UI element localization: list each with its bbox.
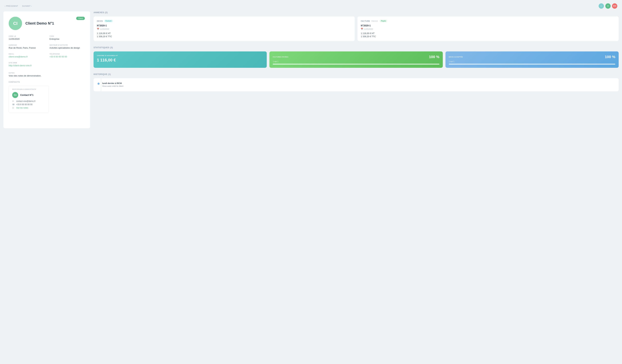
minus-button[interactable]: −	[599, 3, 604, 9]
address-value: Rue de Rivoli, Paris, France	[9, 47, 44, 49]
fp-fraction: 1 sur 1	[273, 60, 439, 62]
annex-subtype-2: Paiement	[371, 20, 378, 22]
stat-card-ca: CHIFFRE D'AFFAIRES HT 1 116,00 €	[94, 51, 267, 68]
client-name-container: Client Demo N°1	[25, 21, 54, 26]
fp-bar-fill	[273, 64, 439, 64]
client-avatar: CI	[9, 17, 22, 30]
annex-number-2: N°2020-1	[361, 24, 615, 27]
website-value[interactable]: http://client-demo-one.fr	[9, 64, 44, 67]
type-label: TYPE	[49, 35, 85, 37]
fp-percent: 100 %	[429, 55, 439, 59]
annex-date-2: 📅 11/05/2020	[361, 28, 615, 30]
sector-label: SECTEUR D'ACTIVITÉ	[49, 44, 85, 46]
annexes-section: ANNEXES (2) DEVIS Facturé N°2020-1 📅 11/…	[94, 11, 619, 41]
annexes-grid: DEVIS Facturé N°2020-1 📅 11/05/2020 1 11…	[94, 16, 619, 41]
plus-button[interactable]: +	[605, 3, 611, 9]
website-label: SITE WEB	[9, 62, 44, 64]
da-fraction: 1 sur 1	[449, 60, 615, 62]
field-phone: TÉLÉPHONE +33 6 00 00 00 00	[49, 53, 85, 58]
client-header: CI Client Demo N°1 Client	[9, 17, 85, 30]
annex-type-row-1: DEVIS Facturé	[97, 20, 351, 22]
field-email: EMAIL client-one@demo.fr	[9, 53, 44, 58]
annexes-title: ANNEXES (2)	[94, 11, 619, 14]
statistics-title: STATISTIQUES (3)	[94, 46, 619, 49]
da-percent-row: DEVIS ACCEPTÉS 100 %	[449, 55, 615, 59]
created-value: 11/05/2020	[9, 38, 44, 40]
annex-card-2[interactable]: FACTURE Paiement Payée N°2020-1 📅 11/05/…	[357, 16, 619, 41]
annex-ttc-2: 1 339,20 € TTC	[361, 35, 615, 38]
history-dot	[97, 83, 99, 85]
top-actions: − + •••	[599, 3, 617, 9]
history-card: lundi dernier à 09:54 Vous avez créé le …	[94, 78, 619, 91]
da-percent: 100 %	[605, 55, 615, 59]
history-title: HISTORIQUE (1)	[94, 73, 619, 76]
annex-type-1: DEVIS	[97, 20, 103, 22]
more-button[interactable]: •••	[612, 3, 617, 9]
created-label: CRÉE LE	[9, 35, 44, 37]
stats-grid: CHIFFRE D'AFFAIRES HT 1 116,00 € FACTURE…	[94, 51, 619, 68]
annex-date-1: 📅 11/05/2020	[97, 28, 351, 30]
phone-label: TÉLÉPHONE	[49, 53, 85, 55]
prev-label: PRÉCEDENT	[6, 5, 18, 7]
annex-ttc-1: 1 339,20 € TTC	[97, 35, 351, 38]
contact-avatar-row: Co Contact N°1	[12, 92, 45, 98]
contact-phone-row: ☎ +33 6 00 00 00 00	[12, 103, 45, 106]
da-bar	[449, 64, 615, 64]
annex-status-1: Facturé	[104, 20, 113, 22]
contact-role: RESPONSABLE ADMINISTRATIF	[12, 89, 45, 90]
contact-notes-row[interactable]: ☰ Voir les notes	[12, 107, 45, 109]
info-grid: CRÉE LE 11/05/2020 TYPE Entreprise ADRES…	[9, 35, 85, 67]
da-label: DEVIS ACCEPTÉS	[449, 56, 463, 58]
main-layout: CI Client Demo N°1 Client CRÉE LE 11/05/…	[3, 11, 619, 128]
left-panel: CI Client Demo N°1 Client CRÉE LE 11/05/…	[3, 11, 90, 128]
email-label: EMAIL	[9, 53, 44, 55]
calendar-icon-2: 📅	[361, 28, 363, 30]
stat-card-fp: FACTURES PAYÉES 100 % 1 sur 1	[270, 51, 443, 68]
contact-phone: +33 6 00 00 00 00	[16, 103, 32, 106]
fp-percent-row: FACTURES PAYÉES 100 %	[273, 55, 439, 59]
ca-label: CHIFFRE D'AFFAIRES HT	[97, 55, 263, 57]
contacts-section: CONTACTS RESPONSABLE ADMINISTRATIF Co Co…	[9, 81, 85, 113]
calendar-icon-1: 📅	[97, 28, 99, 30]
phone-value[interactable]: +33 6 00 00 00 00	[49, 56, 85, 58]
history-text: Vous avez créé le client	[102, 85, 123, 87]
email-value[interactable]: client-one@demo.fr	[9, 56, 44, 58]
annex-card-1[interactable]: DEVIS Facturé N°2020-1 📅 11/05/2020 1 11…	[94, 16, 355, 41]
fp-bar	[273, 64, 439, 64]
annex-type-row-2: FACTURE Paiement Payée	[361, 20, 615, 22]
statistics-section: STATISTIQUES (3) CHIFFRE D'AFFAIRES HT 1…	[94, 46, 619, 68]
notes-icon: ☰	[12, 107, 15, 109]
annex-ht-1: 1 116,00 € HT	[97, 32, 351, 35]
client-name: Client Demo N°1	[25, 21, 54, 26]
address-label: ADRESSE	[9, 44, 44, 46]
field-website: SITE WEB http://client-demo-one.fr	[9, 62, 44, 67]
type-value: Entreprise	[49, 38, 85, 40]
contact-notes-link[interactable]: Voir les notes	[16, 107, 28, 109]
right-panel: ANNEXES (2) DEVIS Facturé N°2020-1 📅 11/…	[94, 11, 619, 91]
nav-links: ‹ PRÉCEDENT SUIVANT ›	[5, 5, 32, 7]
mail-icon: ✉	[12, 100, 15, 102]
history-content: lundi dernier à 09:54 Vous avez créé le …	[102, 82, 123, 87]
annex-type-2: FACTURE	[361, 20, 370, 22]
annex-number-1: N°2020-1	[97, 24, 351, 27]
annex-ht-2: 1 116,00 € HT	[361, 32, 615, 35]
top-navigation: ‹ PRÉCEDENT SUIVANT › − + •••	[3, 3, 619, 9]
next-label: SUIVANT	[22, 5, 31, 7]
client-initials: CI	[13, 21, 18, 26]
field-type: TYPE Entreprise	[49, 35, 85, 40]
history-item: lundi dernier à 09:54 Vous avez créé le …	[97, 82, 615, 87]
field-notes: NOTES Voici des notes de démonstration.	[9, 72, 85, 77]
next-link[interactable]: SUIVANT ›	[22, 5, 32, 7]
ca-value: 1 116,00 €	[97, 58, 263, 62]
fp-label: FACTURES PAYÉES	[273, 56, 289, 58]
notes-label: NOTES	[9, 72, 85, 74]
prev-link[interactable]: ‹ PRÉCEDENT	[5, 5, 18, 7]
sector-value: Activités spécialisées de design	[49, 47, 85, 49]
notes-value: Voici des notes de démonstration.	[9, 75, 85, 77]
stat-card-da: DEVIS ACCEPTÉS 100 % 1 sur 1	[446, 51, 619, 68]
contact-email: contact-one@demo.fr	[16, 100, 36, 102]
history-section: HISTORIQUE (1) lundi dernier à 09:54 Vou…	[94, 73, 619, 91]
contact-email-row: ✉ contact-one@demo.fr	[12, 100, 45, 102]
contact-initials: Co	[14, 94, 17, 96]
field-created: CRÉE LE 11/05/2020	[9, 35, 44, 40]
